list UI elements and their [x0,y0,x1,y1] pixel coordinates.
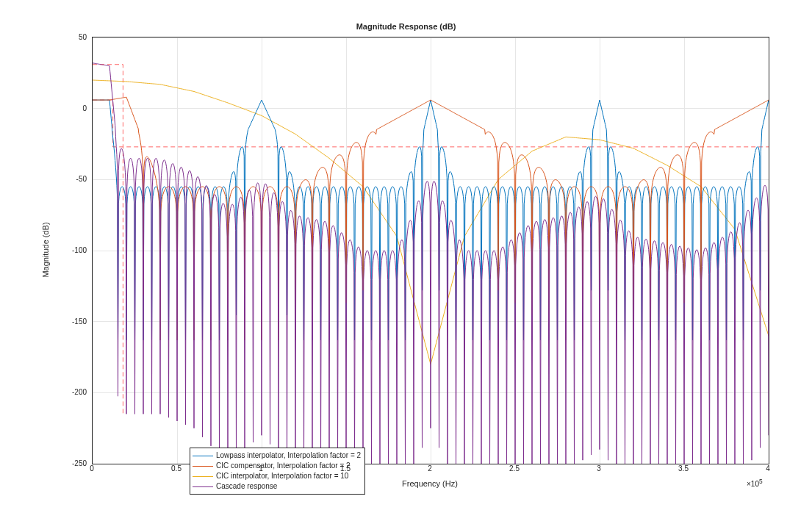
legend-item-lowpass: Lowpass interpolator, Interpolation fact… [193,450,361,461]
y-tick-label: 50 [79,33,87,41]
y-tick-label: -50 [76,175,87,183]
plot-lines [93,37,769,464]
legend-swatch [193,476,213,477]
x-axis-label: Frequency (Hz) [92,479,768,488]
y-tick-label: -100 [72,246,87,254]
x-tick-label: 4 [766,464,770,473]
y-tick-label: 0 [82,104,87,112]
figure: Magnitude Response (dB) Lowpass interpol… [0,0,812,510]
legend-swatch [193,456,213,456]
x-tick-label: 3 [597,464,601,473]
y-tick-label: -200 [72,388,87,396]
legend-label: Lowpass interpolator, Interpolation fact… [216,450,361,461]
x-tick-label: 2.5 [509,464,520,473]
y-axis-label: Magnitude (dB) [41,222,50,277]
x-tick-label: 2 [428,464,432,473]
y-tick-label: -150 [72,317,87,325]
x-tick-label: 1.5 [340,464,351,473]
y-tick-label: -250 [72,459,87,467]
x-tick-label: 0.5 [171,464,182,473]
x-tick-label: 1 [259,464,263,473]
legend-swatch [193,466,213,467]
x-axis-multiplier: ×105 [747,478,763,488]
x-tick-label: 0 [90,464,94,473]
chart-title: Magnitude Response (dB) [0,22,812,31]
axes-area: Lowpass interpolator, Interpolation fact… [92,37,769,464]
legend-label: CIC compensator, Interpolation factor = … [216,461,351,471]
legend-item-cic-comp: CIC compensator, Interpolation factor = … [193,461,361,471]
x-tick-label: 3.5 [678,464,689,473]
